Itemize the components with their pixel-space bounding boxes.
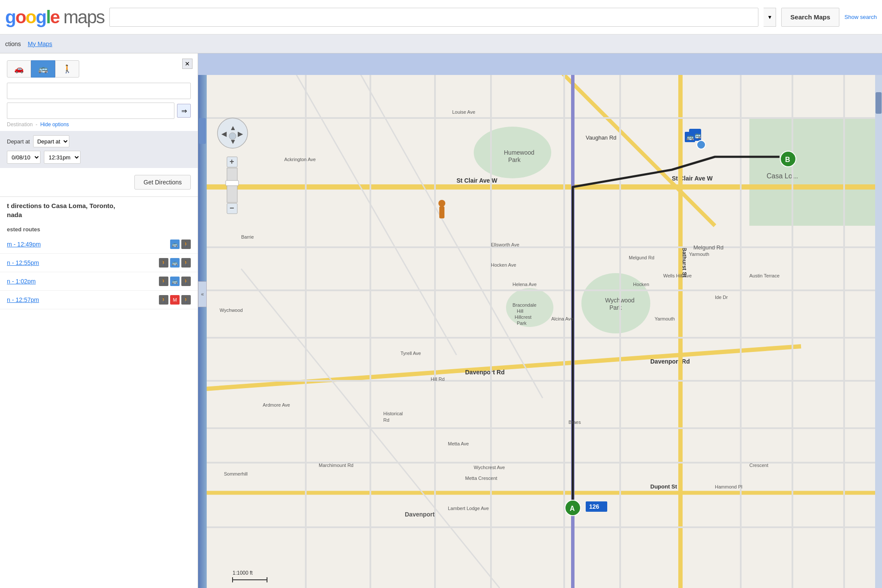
route-item-3[interactable]: n - 1:02pm 🚶 🚌 🚶 [0, 272, 198, 291]
svg-text:B: B [785, 156, 790, 163]
time-section: Depart at Depart at Arrive by 0/08/10 12… [0, 131, 198, 168]
route-item[interactable]: m - 12:49pm 🚌 🚶 [0, 235, 198, 254]
transit-icon-3: 🚌 [170, 277, 180, 286]
svg-point-7 [506, 288, 553, 327]
collapse-sidebar-button[interactable]: « [198, 281, 207, 307]
suggested-routes-label: ested routes [0, 224, 198, 235]
search-input[interactable] [109, 8, 758, 27]
transport-car-button[interactable]: 🚗 [7, 60, 31, 78]
route-item-4[interactable]: n - 12:57pm 🚶 M 🚶 [0, 291, 198, 309]
map-right-scrollbar-thumb[interactable] [876, 92, 882, 114]
date-time-row: 0/08/10 12:31pm [7, 151, 191, 164]
depart-row: Depart at Depart at Arrive by [7, 135, 191, 147]
svg-text:Ackrington Ave: Ackrington Ave [284, 157, 316, 162]
hide-options-link[interactable]: Hide options [40, 121, 69, 128]
mymaps-nav-item[interactable]: My Maps [28, 40, 53, 47]
search-dropdown-button[interactable]: ▼ [764, 8, 776, 27]
svg-text:Hill Rd: Hill Rd [431, 376, 444, 382]
from-input-row: hristie and Dupont, Toronto [0, 81, 198, 101]
main-layout: 🚗 🚌 🚶 ✕ hristie and Dupont, Toronto asa … [0, 53, 882, 588]
walk-icon-2a: 🚶 [159, 258, 168, 268]
svg-text:Davenport Rd: Davenport Rd [650, 358, 690, 365]
svg-text:Lambert Lodge Ave: Lambert Lodge Ave [448, 506, 489, 511]
route-icons-2: 🚶 🚌 🚶 [159, 258, 191, 268]
svg-text:Louise Ave: Louise Ave [452, 109, 475, 115]
map-right-scrollbar[interactable] [875, 75, 882, 588]
map-svg: Humewood Park Wychwood Park Bracondale H… [198, 53, 882, 588]
search-maps-button[interactable]: Search Maps [781, 8, 839, 27]
svg-text:Barrie: Barrie [241, 234, 254, 240]
svg-text:Metta Crescent: Metta Crescent [465, 476, 497, 481]
walk-icon-3a: 🚶 [159, 277, 168, 286]
results-header: t directions to Casa Loma, Toronto, nada [0, 196, 198, 224]
svg-text:St Clair Ave W: St Clair Ave W [672, 175, 713, 182]
svg-text:1:1000 ft: 1:1000 ft [233, 570, 253, 576]
svg-text:Hocken Ave: Hocken Ave [491, 262, 516, 268]
svg-text:Austin Terrace: Austin Terrace [749, 273, 780, 278]
destination-label: Destination [7, 121, 33, 128]
svg-rect-100 [226, 180, 239, 186]
get-directions-button[interactable]: Get Directions [134, 175, 191, 190]
svg-text:Park: Park [508, 156, 521, 163]
svg-text:Park: Park [517, 320, 527, 326]
svg-text:▲: ▲ [230, 124, 236, 131]
navbar: ctions My Maps [0, 34, 882, 53]
svg-text:Crescent: Crescent [749, 463, 768, 468]
svg-text:Davenport: Davenport [405, 511, 435, 518]
svg-text:Rd: Rd [383, 417, 389, 423]
svg-text:Braes: Braes [568, 420, 581, 425]
directions-nav-item[interactable]: ctions [5, 40, 21, 47]
svg-text:126: 126 [589, 503, 599, 510]
svg-text:Sommerhill: Sommerhill [224, 471, 248, 476]
route-icons-4: 🚶 M 🚶 [159, 295, 191, 305]
sidebar: 🚗 🚌 🚶 ✕ hristie and Dupont, Toronto asa … [0, 53, 198, 588]
svg-text:Tyrell Ave: Tyrell Ave [401, 351, 421, 356]
logo: google maps [5, 7, 104, 28]
route-time-2[interactable]: n - 12:55pm [7, 259, 39, 266]
map-container[interactable]: Humewood Park Wychwood Park Bracondale H… [198, 53, 882, 588]
from-input[interactable]: hristie and Dupont, Toronto [7, 83, 191, 99]
date-select[interactable]: 0/08/10 [7, 151, 40, 164]
to-input[interactable]: asa Loma, Toronto [7, 103, 174, 119]
svg-text:Marchimount Rd: Marchimount Rd [319, 463, 354, 468]
transport-transit-button[interactable]: 🚌 [31, 60, 55, 78]
svg-point-96 [229, 133, 236, 140]
transit-icon-1: 🚌 [170, 240, 180, 249]
svg-rect-12 [749, 118, 879, 226]
swap-directions-button[interactable]: ⇒ [177, 104, 191, 118]
show-search-link[interactable]: Show search [845, 14, 877, 20]
time-select[interactable]: 12:31pm [44, 151, 81, 164]
route-time-4[interactable]: n - 12:57pm [7, 296, 39, 303]
svg-text:Ellsworth Ave: Ellsworth Ave [491, 242, 519, 247]
svg-text:Yarmouth: Yarmouth [655, 316, 675, 321]
transport-walk-button[interactable]: 🚶 [55, 60, 79, 78]
svg-text:Hocken: Hocken [633, 282, 649, 287]
svg-text:Wells Hill Ave: Wells Hill Ave [663, 273, 692, 278]
walk-icon-4a: 🚶 [159, 295, 168, 305]
depart-select[interactable]: Depart at Arrive by [33, 135, 69, 147]
walk-icon-1: 🚶 [181, 240, 191, 249]
svg-text:Bracondale: Bracondale [512, 302, 537, 308]
route-time-3[interactable]: n - 1:02pm [7, 278, 36, 285]
svg-text:Ide Dr: Ide Dr [715, 295, 728, 300]
svg-text:▶: ▶ [238, 130, 243, 137]
map-left-scrollbar[interactable] [198, 75, 207, 588]
metro-icon-4: M [170, 295, 180, 305]
map-left-scrollbar-thumb[interactable] [199, 118, 206, 144]
route-time-1[interactable]: m - 12:49pm [7, 241, 41, 248]
svg-text:Dupont St: Dupont St [650, 483, 677, 490]
svg-text:Hillcrest: Hillcrest [515, 314, 531, 320]
svg-point-90 [438, 200, 445, 207]
depart-label: Depart at [7, 138, 30, 145]
svg-text:Humewood: Humewood [504, 149, 534, 156]
walk-icon-4b: 🚶 [181, 295, 191, 305]
svg-text:Hill: Hill [517, 308, 523, 314]
transport-mode-selector: 🚗 🚌 🚶 [0, 53, 198, 81]
svg-text:Melgund Rd: Melgund Rd [629, 255, 654, 260]
transit-icon-2: 🚌 [170, 258, 180, 268]
svg-text:Metta Ave: Metta Ave [448, 441, 469, 446]
svg-text:🚌: 🚌 [686, 134, 694, 141]
svg-rect-89 [439, 206, 444, 218]
route-item-2[interactable]: n - 12:55pm 🚶 🚌 🚶 [0, 254, 198, 272]
close-button[interactable]: ✕ [182, 59, 193, 69]
